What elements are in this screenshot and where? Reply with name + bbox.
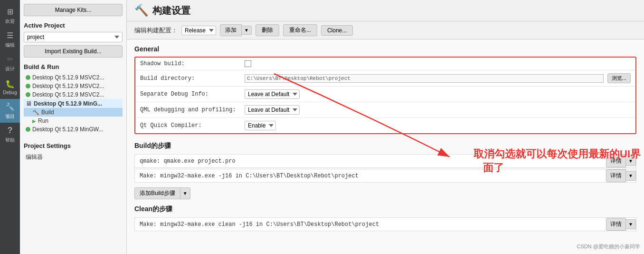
qml-debug-row: QML debugging and profiling: Leave at De… [135, 102, 635, 118]
shadow-build-row: Shadow build: [135, 58, 635, 70]
qml-debug-select[interactable]: Leave at Default [245, 105, 300, 115]
build-step-0-detail: 详情 ▼ [606, 155, 636, 167]
sidebar: ⊞ 欢迎 ☰ 编辑 ✏ 设计 🐛 Debug 🔧 项目 ? 帮助 [0, 0, 20, 254]
general-header: General [134, 45, 636, 53]
separate-debug-row: Separate Debug Info: Leave at Default [135, 87, 635, 102]
sidebar-item-project[interactable]: 🔧 项目 [0, 99, 20, 123]
kit-sub-run-label: Run [38, 117, 48, 124]
add-build-step-label: 添加Build步骤 [140, 189, 175, 197]
add-dropdown-arrow[interactable]: ▼ [242, 26, 252, 35]
shadow-build-value [245, 60, 631, 67]
build-directory-input[interactable] [245, 74, 604, 83]
kit-item-0[interactable]: Desktop Qt 5.12.9 MSVC2... [24, 73, 123, 82]
kit-dot-4 [26, 127, 30, 132]
qt-quick-label: Qt Quick Compiler: [140, 122, 245, 129]
kit-dot-0 [26, 75, 30, 80]
clone-button[interactable]: Clone... [321, 25, 353, 36]
kit-item-1[interactable]: Desktop Qt 5.12.9 MSVC2... [24, 82, 123, 90]
kit-computer-icon: 🖥 [26, 100, 32, 107]
clean-step-0-detail: 详情 ▼ [606, 218, 636, 231]
general-section: General Shadow build: Build directory: 浏… [134, 45, 636, 134]
separate-debug-select[interactable]: Leave at Default [245, 89, 300, 99]
separate-debug-value: Leave at Default [245, 89, 631, 99]
config-select[interactable]: Release [181, 26, 216, 35]
qml-debug-value: Leave at Default [245, 105, 631, 115]
import-build-button[interactable]: Import Existing Build... [24, 45, 123, 58]
edit-icon: ☰ [5, 31, 15, 40]
kit-label-1: Desktop Qt 5.12.9 MSVC2... [32, 83, 104, 89]
kit-label-4: Desktop Qt 5.12.9 MinGW... [32, 126, 103, 133]
qt-quick-value: Enable [245, 121, 631, 130]
kit-item-3[interactable]: 🖥 Desktop Qt 5.12.9 MinG... [24, 99, 123, 108]
manage-kits-button[interactable]: Manage Kits... [24, 4, 123, 16]
left-panel: Manage Kits... Active Project project Im… [20, 0, 127, 254]
shadow-build-label: Shadow build: [140, 60, 245, 67]
rename-button[interactable]: 重命名... [283, 24, 317, 36]
shadow-build-checkbox[interactable] [245, 60, 251, 67]
add-build-step-arrow[interactable]: ▼ [180, 187, 190, 199]
sidebar-item-debug[interactable]: 🐛 Debug [0, 75, 20, 99]
kit-sub-build-label: Build [41, 109, 54, 116]
kit-item-2[interactable]: Desktop Qt 5.12.9 MSVC2... [24, 90, 123, 99]
play-icon: ▶ [32, 118, 36, 124]
clean-steps-header: Clean的步骤 [134, 205, 636, 214]
add-build-step-button[interactable]: 添加Build步骤 [134, 187, 180, 199]
sidebar-item-welcome[interactable]: ⊞ 欢迎 [0, 4, 20, 28]
hammer-header-icon: 🔨 [134, 4, 149, 17]
qt-quick-select[interactable]: Enable [245, 121, 276, 130]
project-select[interactable]: project [24, 32, 123, 42]
build-step-0: qmake: qmake.exe project.pro 详情 ▼ [134, 154, 636, 168]
sidebar-item-help[interactable]: ? 帮助 [0, 123, 20, 147]
help-icon: ? [5, 126, 15, 136]
kit-sub-run[interactable]: ▶ Run [24, 117, 123, 125]
sidebar-item-design[interactable]: ✏ 设计 [0, 51, 20, 75]
build-steps-section: Build的步骤 qmake: qmake.exe project.pro 详情… [134, 142, 636, 199]
detail-button-0[interactable]: 详情 [606, 155, 626, 167]
page-title: 构建设置 [152, 4, 190, 17]
build-directory-label: Build directory: [140, 75, 245, 82]
detail-button-1[interactable]: 详情 [606, 169, 626, 182]
main-content: 🔨 构建设置 编辑构建配置： Release 添加 ▼ 删除 重命名... Cl… [127, 0, 644, 254]
build-steps-header: Build的步骤 [134, 142, 636, 150]
add-button[interactable]: 添加 [220, 24, 242, 36]
clean-detail-button-0[interactable]: 详情 [606, 218, 626, 231]
kit-label-3: Desktop Qt 5.12.9 MinG... [34, 100, 102, 107]
clean-steps-section: Clean的步骤 Make: mingw32-make.exe clean -j… [134, 205, 636, 231]
config-label: 编辑构建配置： [134, 26, 178, 35]
active-project-label: Active Project [24, 22, 123, 29]
build-step-1: Make: mingw32-make.exe -j16 in C:\Users\… [134, 169, 636, 183]
project-icon: 🔧 [5, 102, 15, 112]
build-step-1-detail: 详情 ▼ [606, 169, 636, 182]
build-directory-value: 浏览... [245, 73, 631, 83]
delete-button[interactable]: 删除 [256, 24, 279, 36]
browse-button[interactable]: 浏览... [607, 73, 631, 83]
kit-dot-2 [26, 92, 30, 97]
build-run-label: Build & Run [24, 63, 123, 70]
qml-debug-label: QML debugging and profiling: [140, 107, 245, 113]
kit-item-4[interactable]: Desktop Qt 5.12.9 MinGW... [24, 125, 123, 134]
separate-debug-label: Separate Debug Info: [140, 91, 245, 98]
grid-icon: ⊞ [5, 7, 15, 17]
clean-step-0-text: Make: mingw32-make.exe clean -j16 in C:\… [135, 218, 606, 231]
detail-arrow-1[interactable]: ▼ [626, 171, 636, 181]
detail-arrow-0[interactable]: ▼ [626, 156, 636, 166]
kit-label-0: Desktop Qt 5.12.9 MSVC2... [32, 74, 104, 81]
qt-quick-row: Qt Quick Compiler: Enable [135, 118, 635, 133]
kit-dot-1 [26, 84, 30, 88]
debug-icon: 🐛 [5, 79, 15, 88]
editor-item[interactable]: 编辑器 [24, 152, 123, 162]
main-scroll: General Shadow build: Build directory: 浏… [127, 39, 644, 254]
config-row: 编辑构建配置： Release 添加 ▼ 删除 重命名... Clone... [127, 21, 644, 39]
project-settings-label: Project Settings [24, 142, 123, 149]
build-step-1-text: Make: mingw32-make.exe -j16 in C:\Users\… [135, 170, 606, 182]
kit-label-2: Desktop Qt 5.12.9 MSVC2... [32, 91, 104, 98]
kit-sub-build[interactable]: 🔨 Build [24, 108, 123, 117]
editor-label: 编辑器 [26, 153, 43, 161]
add-btn-wrap: 添加 ▼ [220, 24, 252, 36]
sidebar-item-edit[interactable]: ☰ 编辑 [0, 28, 20, 51]
main-header: 🔨 构建设置 [127, 0, 644, 21]
design-icon: ✏ [5, 55, 15, 64]
clean-detail-arrow-0[interactable]: ▼ [626, 219, 636, 229]
clean-step-0: Make: mingw32-make.exe clean -j16 in C:\… [134, 217, 636, 231]
build-step-0-text: qmake: qmake.exe project.pro [135, 155, 606, 167]
